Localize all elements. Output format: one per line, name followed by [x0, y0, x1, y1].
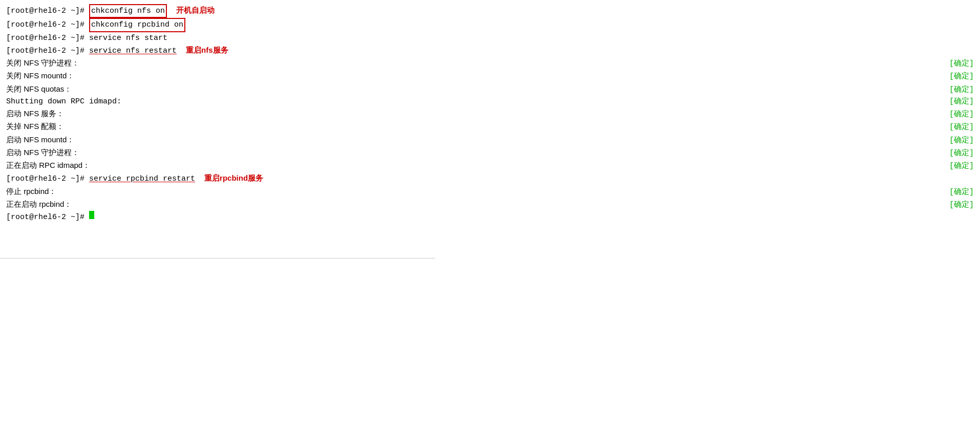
output-text-9: 正在启动 RPC idmapd： — [6, 159, 354, 171]
output-text-8: 启动 NFS 守护进程： — [6, 146, 354, 158]
status-7: [确定] — [939, 135, 974, 146]
output-line-1: 关闭 NFS 守护进程： [确定] — [6, 57, 974, 70]
prompt-4: [root@rhel6-2 ~]# — [6, 45, 89, 57]
output-line-2: 关闭 NFS mountd： [确定] — [6, 70, 974, 82]
status-6: [确定] — [939, 121, 974, 133]
annotation-restart-nfs: 重启nfs服务 — [186, 44, 228, 56]
terminal-final-line: [root@rhel6-2 ~]# — [6, 211, 974, 223]
output-text-1: 关闭 NFS 守护进程： — [6, 57, 354, 69]
bottom-divider — [0, 258, 435, 258]
rpcbind-output-2: 正在启动 rpcbind： [确定] — [6, 198, 974, 211]
output-text-3: 关闭 NFS quotas： — [6, 83, 354, 95]
rpcbind-status-1: [确定] — [939, 186, 974, 198]
terminal-line-3: [root@rhel6-2 ~]# service nfs start — [6, 32, 974, 44]
output-line-8: 启动 NFS 守护进程： [确定] — [6, 146, 974, 159]
terminal-line-2: [root@rhel6-2 ~]# chkconfig rpcbind on — [6, 18, 974, 32]
status-2: [确定] — [939, 71, 974, 82]
output-line-9: 正在启动 RPC idmapd： [确定] — [6, 159, 974, 172]
prompt-3: [root@rhel6-2 ~]# — [6, 32, 89, 44]
status-9: [确定] — [939, 160, 974, 172]
output-line-5: 启动 NFS 服务： [确定] — [6, 107, 974, 120]
cmd-service-nfs-restart: service nfs restart — [89, 45, 177, 57]
output-line-3: 关闭 NFS quotas： [确定] — [6, 83, 974, 96]
rpcbind-status-2: [确定] — [939, 199, 974, 211]
rpcbind-output-1: 停止 rpcbind： [确定] — [6, 185, 974, 198]
prompt-rpcbind: [root@rhel6-2 ~]# — [6, 173, 89, 185]
status-8: [确定] — [939, 147, 974, 159]
prompt-2: [root@rhel6-2 ~]# — [6, 19, 89, 31]
terminal-line-1: [root@rhel6-2 ~]# chkconfig nfs on开机自启动 — [6, 4, 974, 18]
output-text-5: 启动 NFS 服务： — [6, 107, 354, 119]
annotation-boot-autostart: 开机自启动 — [176, 4, 215, 16]
terminal-area: [root@rhel6-2 ~]# chkconfig nfs on开机自启动 … — [0, 0, 980, 227]
output-line-7: 启动 NFS mountd： [确定] — [6, 134, 974, 146]
output-line-4: Shutting down RPC idmapd: [确定] — [6, 96, 974, 107]
output-text-2: 关闭 NFS mountd： — [6, 70, 354, 81]
output-text-4: Shutting down RPC idmapd: — [6, 96, 354, 107]
cmd-chkconfig-rpcbind: chkconfig rpcbind on — [89, 18, 185, 32]
terminal-cursor — [89, 211, 94, 219]
status-5: [确定] — [939, 109, 974, 120]
output-text-7: 启动 NFS mountd： — [6, 134, 354, 145]
terminal-line-4: [root@rhel6-2 ~]# service nfs restart重启n… — [6, 44, 974, 57]
output-line-6: 关掉 NFS 配额： [确定] — [6, 120, 974, 133]
rpcbind-text-2: 正在启动 rpcbind： — [6, 198, 354, 210]
status-1: [确定] — [939, 58, 974, 70]
cmd-service-rpcbind-restart: service rpcbind restart — [89, 173, 195, 185]
prompt-1: [root@rhel6-2 ~]# — [6, 5, 89, 17]
status-3: [确定] — [939, 84, 974, 96]
rpcbind-text-1: 停止 rpcbind： — [6, 185, 354, 197]
final-prompt: [root@rhel6-2 ~]# — [6, 211, 89, 223]
annotation-restart-rpcbind: 重启rpcbind服务 — [204, 172, 263, 184]
cmd-service-nfs-start: service nfs start — [89, 32, 167, 44]
terminal-line-rpcbind: [root@rhel6-2 ~]# service rpcbind restar… — [6, 172, 974, 185]
output-text-6: 关掉 NFS 配额： — [6, 120, 354, 132]
status-4: [确定] — [939, 96, 974, 107]
cmd-chkconfig-nfs: chkconfig nfs on — [89, 4, 167, 18]
